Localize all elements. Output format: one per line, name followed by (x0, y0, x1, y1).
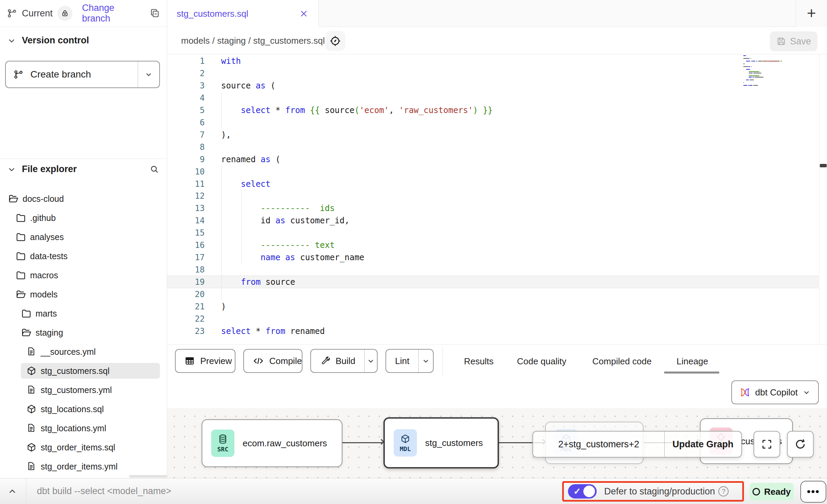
version-control-title: Version control (22, 35, 89, 46)
chevron-down-icon (8, 165, 16, 173)
tab-code-quality[interactable]: Code quality (517, 345, 567, 377)
refresh-button[interactable] (787, 431, 814, 458)
tab-stg-customers[interactable]: stg_customers.sql (167, 0, 318, 27)
change-branch-link[interactable]: Change branch (82, 3, 145, 24)
lineage-selector-input[interactable]: 2+stg_customers+2 (533, 432, 665, 457)
sidebar-divider (0, 158, 167, 159)
code-line-22: 22 (167, 313, 827, 325)
wrench-icon (320, 356, 330, 366)
file-tree-item-marts[interactable]: marts (0, 304, 167, 323)
file-tree-item-label: stg_locations.yml (41, 423, 106, 433)
save-button[interactable]: Save (770, 31, 817, 51)
code-editor[interactable]: 1with23source as (45 select * from {{ so… (167, 54, 827, 345)
build-button[interactable]: Build (310, 349, 378, 373)
code-text: from source (221, 276, 295, 288)
file-tree-item-docs-cloud[interactable]: docs-cloud (0, 189, 167, 208)
defer-label: Defer to staging/production (604, 486, 715, 497)
collapse-panel-button[interactable] (6, 486, 18, 496)
line-number: 21 (167, 300, 205, 313)
code-text: name as customer_name (221, 251, 364, 264)
code-line-13: 13 ---------- ids (167, 202, 827, 214)
code-line-9: 9renamed as ( (167, 153, 827, 166)
node-type-badge: MDL (394, 429, 417, 457)
help-icon[interactable]: ? (718, 486, 729, 496)
copilot-compass-chip[interactable] (325, 31, 345, 51)
create-branch-dropdown[interactable] (138, 61, 159, 87)
copy-icon[interactable] (150, 8, 160, 18)
folder-icon (16, 213, 26, 223)
button-label: Build (336, 356, 355, 366)
version-control-section-header[interactable]: Version control (8, 35, 89, 46)
line-number: 20 (167, 288, 205, 300)
file-icon (26, 423, 36, 433)
node-badge-label: MDL (400, 445, 411, 452)
file-tree-item-label: __sources.yml (41, 347, 96, 357)
file-tree-item-macros[interactable]: macros (0, 266, 167, 285)
code-line-17: 17 name as customer_name (167, 251, 827, 264)
statusbar-divider (26, 478, 26, 504)
code-line-20: 20 (167, 288, 827, 300)
line-number: 8 (167, 141, 205, 153)
file-tree-item-stg-customers-sql[interactable]: stg_customers.sql (0, 361, 167, 380)
update-graph-button[interactable]: Update Graph (665, 432, 741, 457)
line-number: 19 (167, 276, 205, 288)
toolbar-divider (443, 347, 443, 376)
lint-button[interactable]: Lint (385, 349, 434, 373)
file-tree-item--github[interactable]: .github (0, 208, 167, 227)
line-number: 16 (167, 239, 205, 251)
git-status-header: Current Change branch (0, 0, 167, 27)
file-tree-item-stg-order-items-yml[interactable]: stg_order_items.yml (0, 457, 167, 476)
file-tree-item--sources-yml[interactable]: __sources.yml (0, 342, 167, 361)
node-badge-label: SRC (217, 446, 229, 453)
file-tree-item-analyses[interactable]: analyses (0, 227, 167, 247)
chevron-down-icon (802, 388, 811, 396)
file-explorer-title: File explorer (22, 164, 77, 174)
status-ready-badge: Ready (750, 483, 794, 501)
tab-results[interactable]: Results (464, 345, 494, 377)
close-icon[interactable] (299, 9, 308, 18)
file-tree-item-staging[interactable]: staging (0, 323, 167, 342)
dbt-copilot-button[interactable]: dbt Copilot (731, 380, 819, 404)
lineage-node-ecom-raw-customers[interactable]: SRCecom.raw_customers (202, 419, 342, 467)
editor-scrollbar-thumb[interactable] (820, 164, 827, 167)
code-icon (253, 355, 264, 366)
button-label: Preview (200, 356, 232, 366)
folder-icon (21, 308, 31, 319)
file-tree-item-stg-locations-sql[interactable]: stg_locations.sql (0, 400, 167, 419)
lint-dropdown[interactable] (418, 350, 433, 372)
file-tree-item-stg-order-items-sql[interactable]: stg_order_items.sql (0, 438, 167, 457)
code-line-16: 16 ---------- text (167, 239, 827, 251)
lineage-canvas[interactable]: SRCecom.raw_customersMDLstg_customersMDL… (167, 408, 827, 478)
folder-open-icon (21, 327, 31, 338)
sidebar-hscrollbar[interactable] (129, 475, 170, 478)
file-tree-item-label: staging (36, 328, 63, 338)
compile-button[interactable]: Compile (243, 349, 302, 373)
line-number: 5 (167, 104, 205, 116)
build-dropdown[interactable] (364, 350, 377, 372)
line-number: 14 (167, 214, 205, 227)
create-branch-button[interactable]: Create branch (5, 61, 160, 88)
minimap[interactable] (743, 55, 821, 93)
search-icon[interactable] (150, 165, 159, 174)
file-tree-item-label: models (30, 290, 58, 299)
code-text: select * from renamed (221, 325, 325, 337)
lineage-node-stg-customers[interactable]: MDLstg_customers (383, 417, 499, 468)
command-input[interactable]: dbt build --select <model_name> (37, 478, 171, 504)
defer-toggle[interactable]: ✓ (568, 484, 597, 499)
node-label: stg_customers (425, 438, 483, 448)
file-tree-item-data-tests[interactable]: data-tests (0, 247, 167, 266)
file-tree-item-stg-locations-yml[interactable]: stg_locations.yml (0, 419, 167, 438)
refresh-icon (794, 438, 806, 450)
fullscreen-button[interactable] (754, 431, 780, 458)
dbt-cloud-ide: Current Change branch Version control (0, 0, 827, 504)
more-options-button[interactable]: ••• (800, 481, 826, 503)
code-text: select * from {{ source('ecom', 'raw_cus… (221, 104, 493, 116)
preview-button[interactable]: Preview (175, 349, 235, 373)
new-tab-button[interactable]: + (796, 0, 827, 27)
editor-scrollbar-track (819, 54, 819, 345)
tab-compiled-code[interactable]: Compiled code (592, 345, 651, 377)
file-tree-item-models[interactable]: models (0, 285, 167, 304)
code-line-19: 19 from source (167, 276, 827, 288)
file-tree-item-stg-customers-yml[interactable]: stg_customers.yml (0, 380, 167, 400)
file-explorer-section-header[interactable]: File explorer (8, 164, 159, 174)
